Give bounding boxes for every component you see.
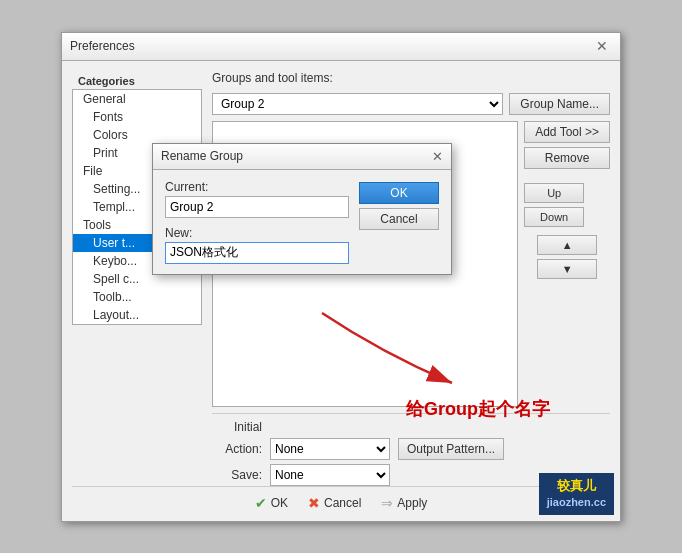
- dialog-title: Rename Group: [161, 149, 243, 163]
- output-pattern-button[interactable]: Output Pattern...: [398, 438, 504, 460]
- title-bar: Preferences ✕: [62, 33, 620, 61]
- close-icon[interactable]: ✕: [592, 39, 612, 53]
- arrow-icon: ⇒: [381, 495, 393, 511]
- save-select[interactable]: None: [270, 464, 390, 486]
- action-row: Action: None Output Pattern...: [212, 438, 610, 460]
- dialog-close-icon[interactable]: ✕: [432, 149, 443, 164]
- right-buttons: Add Tool >> Remove Up Down ▲ ▼: [524, 121, 610, 407]
- annotation-area: 给Group起个名字: [406, 397, 550, 421]
- current-label: Current:: [165, 180, 349, 194]
- dialog-cancel-button[interactable]: Cancel: [359, 208, 439, 230]
- dialog-buttons: OK Cancel: [359, 182, 439, 230]
- groups-select[interactable]: Group 2: [212, 93, 503, 115]
- dialog-body: Current: New: OK Cancel: [153, 170, 451, 274]
- groups-row: Group 2 Group Name...: [212, 93, 610, 115]
- watermark-line1: 较真儿: [547, 477, 606, 495]
- window-body: Categories General Fonts Colors Print Fi…: [62, 61, 620, 521]
- sidebar-item-fonts[interactable]: Fonts: [73, 108, 201, 126]
- annotation-text: 给Group起个名字: [406, 399, 550, 419]
- apply-label: Apply: [397, 496, 427, 510]
- preferences-window: Preferences ✕ Categories General Fonts C…: [61, 32, 621, 522]
- x-icon: ✖: [308, 495, 320, 511]
- current-input[interactable]: [165, 196, 349, 218]
- sidebar-item-colors[interactable]: Colors: [73, 126, 201, 144]
- dialog-fields: Current: New:: [165, 180, 349, 264]
- ok-button[interactable]: ✔ OK: [255, 495, 288, 511]
- group-name-button[interactable]: Group Name...: [509, 93, 610, 115]
- right-panel: Groups and tool items: Group 2 Group Nam…: [212, 71, 610, 486]
- action-label: Action:: [212, 442, 262, 456]
- rename-group-dialog: Rename Group ✕ Current: New: OK Cancel: [152, 143, 452, 275]
- new-input[interactable]: [165, 242, 349, 264]
- check-icon: ✔: [255, 495, 267, 511]
- window-title: Preferences: [70, 39, 135, 53]
- watermark: 较真儿 jiaozhen.cc: [539, 473, 614, 515]
- new-label: New:: [165, 226, 349, 240]
- move-up-button[interactable]: ▲: [537, 235, 597, 255]
- save-label: Save:: [212, 468, 262, 482]
- down-button[interactable]: Down: [524, 207, 584, 227]
- apply-button[interactable]: ⇒ Apply: [381, 495, 427, 511]
- cancel-label: Cancel: [324, 496, 361, 510]
- sidebar-item-general[interactable]: General: [73, 90, 201, 108]
- up-button[interactable]: Up: [524, 183, 584, 203]
- footer: ✔ OK ✖ Cancel ⇒ Apply: [72, 486, 610, 511]
- move-down-button[interactable]: ▼: [537, 259, 597, 279]
- groups-label: Groups and tool items:: [212, 71, 610, 85]
- sidebar-item-layout[interactable]: Layout...: [73, 306, 201, 324]
- remove-button[interactable]: Remove: [524, 147, 610, 169]
- sidebar-item-toolbars[interactable]: Toolb...: [73, 288, 201, 306]
- ok-label: OK: [271, 496, 288, 510]
- watermark-line2: jiaozhen.cc: [547, 495, 606, 510]
- dialog-title-bar: Rename Group ✕: [153, 144, 451, 170]
- dialog-ok-button[interactable]: OK: [359, 182, 439, 204]
- categories-label: Categories: [72, 71, 202, 89]
- initial-row: Initial: [212, 420, 610, 434]
- cancel-button[interactable]: ✖ Cancel: [308, 495, 361, 511]
- main-content: Categories General Fonts Colors Print Fi…: [72, 71, 610, 486]
- dialog-content-row: Current: New: OK Cancel: [165, 180, 439, 264]
- add-tool-button[interactable]: Add Tool >>: [524, 121, 610, 143]
- initial-label: Initial: [212, 420, 262, 434]
- action-select[interactable]: None: [270, 438, 390, 460]
